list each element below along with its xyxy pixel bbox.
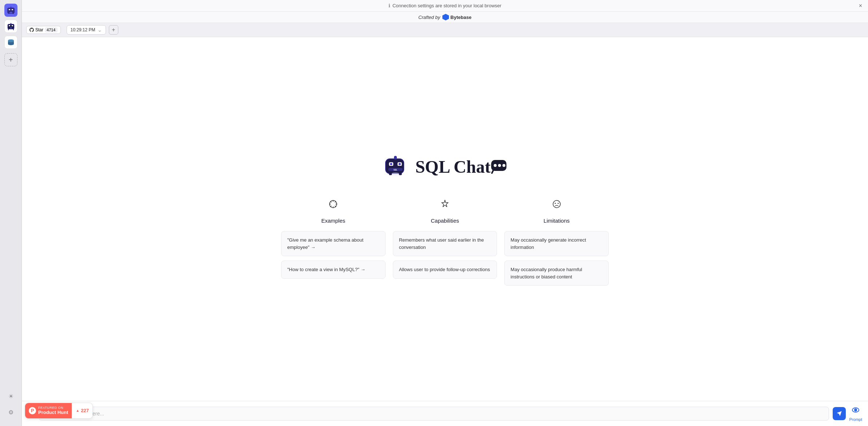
tab-chevron-icon: ⌄ [98,27,102,33]
bytebase-hex-icon [442,14,449,20]
crafted-prefix: Crafted by [418,15,440,20]
capabilities-section: Capabilities Remembers what user said ea… [393,199,497,286]
ph-count: ▲ 227 [72,405,92,416]
eye-icon [851,406,860,417]
gear-icon: ⚙ [8,409,13,416]
input-area: Prompt [22,401,868,426]
prompt-button[interactable]: Prompt [849,406,862,422]
svg-rect-10 [10,28,12,28]
speech-bubble-icon [490,159,509,174]
svg-rect-1 [9,9,10,10]
svg-point-31 [498,164,501,167]
svg-point-42 [553,200,560,208]
crafted-bar: Crafted by Bytebase [22,12,868,23]
theme-toggle-button[interactable]: ☀ [5,390,17,402]
sidebar: + ☀ ⚙ [0,0,22,426]
capabilities-icon [440,199,450,212]
svg-rect-27 [389,173,392,175]
chat-input[interactable] [39,407,829,421]
tab-add-button[interactable]: + [109,25,118,35]
page-title: SQL Chat [415,157,509,177]
send-button[interactable] [833,407,846,420]
svg-point-43 [555,203,556,204]
sidebar-add-button[interactable]: + [4,53,17,66]
svg-line-38 [331,202,331,202]
examples-icon [328,199,338,212]
limitations-card-1: May occasionally generate incorrect info… [504,231,609,256]
ph-product-name: Product Hunt [38,410,68,415]
svg-rect-7 [8,24,14,29]
sidebar-bottom: ☀ ⚙ [5,390,17,422]
main-wrapper: ℹ Connection settings are stored in your… [22,0,868,426]
ph-p-icon: P [29,407,36,414]
chat-body: SQL SQL Chat [22,37,868,401]
bytebase-brand: Bytebase [450,15,472,20]
logo-area: SQL SQL Chat [381,152,509,181]
svg-point-14 [8,43,14,45]
svg-rect-3 [9,12,12,13]
svg-line-39 [335,206,336,207]
prompt-label: Prompt [849,417,862,422]
sun-icon: ☀ [8,393,13,400]
examples-card-2[interactable]: "How to create a view in MySQL?" → [281,261,386,279]
sidebar-item-robot[interactable] [4,20,17,33]
svg-line-41 [331,206,331,207]
svg-rect-22 [398,163,401,165]
examples-section: Examples "Give me an example schema abou… [281,199,386,286]
github-star-label: Star [35,27,43,32]
svg-point-16 [8,40,14,42]
ph-vote-count: 227 [81,408,89,413]
svg-rect-8 [9,25,10,26]
svg-rect-11 [10,23,11,24]
svg-point-30 [494,164,497,167]
capabilities-title: Capabilities [431,218,459,224]
ph-featured-label: FEATURED ON [38,406,68,410]
capabilities-card-1: Remembers what user said earlier in the … [393,231,497,256]
svg-point-32 [502,164,505,167]
svg-rect-5 [8,13,9,14]
tabs-bar: Star 4714 10:29:12 PM ⌄ + [22,23,868,37]
bytebase-logo[interactable]: Bytebase [442,14,472,20]
sidebar-item-postgres[interactable] [4,36,17,49]
info-icon: ℹ [388,3,390,8]
ph-arrow-icon: ▲ [76,409,79,413]
github-star-count: 4714 [45,27,57,32]
svg-text:SQL: SQL [393,169,397,171]
svg-rect-25 [394,156,397,160]
svg-point-26 [390,173,400,176]
ph-text: FEATURED ON Product Hunt [38,406,68,415]
svg-rect-21 [390,163,392,165]
tab-time: 10:29:12 PM [71,27,95,32]
limitations-card-2: May occasionally produce harmful instruc… [504,261,609,286]
info-columns: Examples "Give me an example schema abou… [281,199,609,286]
svg-point-44 [557,203,559,204]
svg-rect-4 [10,7,12,8]
limitations-section: Limitations May occasionally generate in… [504,199,609,286]
notification-bar: ℹ Connection settings are stored in your… [22,0,868,12]
product-hunt-badge[interactable]: P FEATURED ON Product Hunt ▲ 227 [25,403,93,419]
tab-current[interactable]: 10:29:12 PM ⌄ [67,25,106,35]
svg-rect-6 [12,13,14,14]
settings-button[interactable]: ⚙ [5,406,17,418]
content-area: SQL SQL Chat [22,37,868,426]
limitations-icon [552,199,562,212]
sidebar-avatar[interactable] [4,4,17,17]
svg-line-40 [335,202,336,202]
capabilities-card-2: Allows user to provide follow-up correct… [393,261,497,279]
github-star-button[interactable]: Star 4714 [26,26,61,34]
svg-point-47 [855,410,856,411]
examples-card-1[interactable]: "Give me an example schema about employe… [281,231,386,256]
sql-chat-logo: SQL [381,152,410,181]
examples-title: Examples [321,218,345,224]
svg-rect-2 [12,9,13,10]
notification-close-button[interactable]: × [859,3,862,9]
notification-text: Connection settings are stored in your l… [392,3,501,8]
ph-left: P FEATURED ON Product Hunt [25,403,72,418]
limitations-title: Limitations [544,218,570,224]
svg-rect-9 [12,25,13,26]
svg-rect-17 [385,159,404,174]
svg-rect-28 [399,173,402,175]
